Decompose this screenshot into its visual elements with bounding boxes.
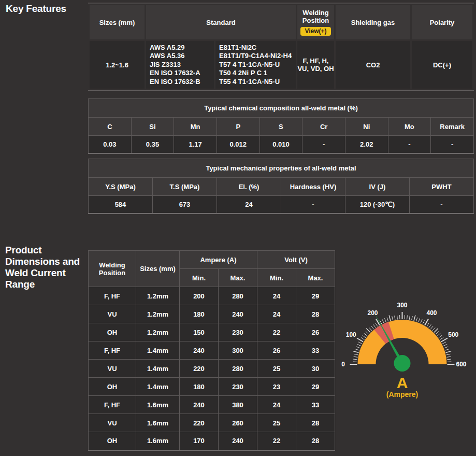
cell-ampere-min: 240 [180,396,219,414]
cell-position: VU [89,305,136,323]
table-row: OH 1.4mm 180 230 23 29 [89,378,335,396]
gauge-hub [394,355,411,372]
standard-spec: AWS A5.29 [150,44,214,52]
gauge-tick [384,318,386,322]
mech-col-header: El. (%) [217,178,281,196]
cell-ampere-max: 230 [219,378,257,396]
cell-position: VU [89,414,136,432]
cell-volt-min: 25 [257,414,296,432]
col-header-ampere-max: Max. [219,269,257,287]
gauge-tick [442,342,446,344]
chem-header-row: C Si Mn P S Cr Ni Mo Remark [89,118,474,136]
cell-ampere-min: 180 [180,305,219,323]
cell-volt-min: 22 [257,432,296,450]
gauge-tick-label: 300 [397,302,407,309]
gauge-tick [353,359,357,360]
gauge-tick [387,318,388,322]
chem-value: 1.17 [174,136,217,153]
gauge-tick [356,347,360,348]
cell-standard-classes: E81T1-Ni2C E81T1/T9-C1A4-Ni2-H4 T57 4 T1… [215,41,296,89]
col-header-volt-min: Min. [257,269,296,287]
cell-volt-max: 33 [296,396,335,414]
product-dimensions-heading: Product Dimensions and Weld Current Rang… [5,245,88,290]
mech-value: 24 [217,196,281,213]
table-row: OH 1.6mm 170 240 22 28 [89,432,335,450]
cell-volt-max: 28 [296,414,335,432]
gauge-tick [395,316,395,320]
standard-spec: AWS A5.36 [150,52,214,61]
cell-ampere-max: 230 [219,323,257,341]
standard-class: T57 4 T1-1CA-N5-U [219,61,296,69]
gauge-tick [369,327,372,331]
cell-ampere-max: 240 [219,432,257,450]
gauge-tick [361,337,365,339]
cell-volt-min: 24 [257,396,296,414]
col-header-volt: Volt (V) [257,251,335,269]
table-row: VU 1.4mm 220 280 25 30 [89,360,335,378]
cell-position: F, HF [89,396,136,414]
cell-shielding-gas: CO2 [336,41,410,89]
standard-class: E81T1/T9-C1A4-Ni2-H4 [219,52,296,61]
chem-col-header: Ni [345,118,388,136]
cell-volt-max: 28 [296,305,335,323]
gauge-tick [444,347,448,348]
col-header-standard: Standard [146,5,296,39]
gauge-tick [371,326,374,329]
chem-col-header: Si [131,118,174,136]
view-positions-button[interactable]: View(+) [300,27,330,36]
gauge-tick [443,344,447,346]
gauge-tick [357,338,363,342]
chem-col-header: S [259,118,302,136]
chem-col-header: Mo [388,118,431,136]
gauge-tick [366,329,370,333]
cell-volt-min: 25 [257,360,296,378]
gauge-tick [412,316,413,320]
gauge-tick [430,326,433,329]
gauge-tick [419,318,420,322]
gauge-tick-label: 400 [426,309,437,317]
chem-value: - [431,136,474,153]
gauge-tick [427,323,429,326]
col-header-ampere-min: Min. [180,269,219,287]
cell-size: 1.6mm [136,432,180,450]
table-row: OH 1.2mm 150 230 22 26 [89,323,335,341]
mech-value: 120 (-30℃) [345,196,410,213]
chem-value: - [388,136,431,153]
mech-value: - [281,196,345,213]
cell-position: OH [89,432,136,450]
chem-col-header: Remark [431,118,474,136]
table-row: VU 1.2mm 180 240 24 28 [89,305,335,323]
gauge-tick [407,316,408,320]
cell-ampere-max: 280 [219,360,257,378]
cell-sizes: 1.2~1.6 [90,41,145,89]
gauge-tick [432,327,435,331]
gauge-tick [437,333,440,336]
cell-ampere-min: 180 [180,378,219,396]
cell-position: VU [89,360,136,378]
mech-header-row: Y.S (MPa) T.S (MPa) El. (%) Hardness (HV… [89,178,474,196]
cell-volt-min: 26 [257,341,296,360]
gauge-tick [389,315,391,321]
col-header-volt-max: Max. [296,269,335,287]
cell-ampere-max: 380 [219,396,257,414]
gauge-tick [440,337,443,339]
chem-value: 2.02 [345,136,388,153]
mech-col-header: PWHT [410,178,474,196]
chem-value: - [302,136,345,153]
chem-col-header: Mn [174,118,217,136]
chem-col-header: C [89,118,132,136]
mech-value: - [410,196,474,213]
cell-size: 1.6mm [136,414,180,432]
gauge-tick [446,351,452,353]
col-header-welding-position: Welding Position [89,251,136,287]
cell-volt-max: 29 [296,287,335,305]
gauge-tick [416,318,417,322]
weld-current-range-table: Welding Position Sizes (mm) Ampere (A) V… [88,250,335,451]
chemical-composition-table: Typical chemical composition all-weld me… [88,98,474,154]
cell-volt-min: 24 [257,305,296,323]
chem-col-header: P [217,118,259,136]
gauge-tick [429,324,431,327]
mech-title-row: Typical mechanical properties of all-wel… [89,159,474,178]
col-header-polarity: Polarity [412,5,472,39]
standard-class: T55 4 T1-1CA-N5-U [219,78,296,87]
